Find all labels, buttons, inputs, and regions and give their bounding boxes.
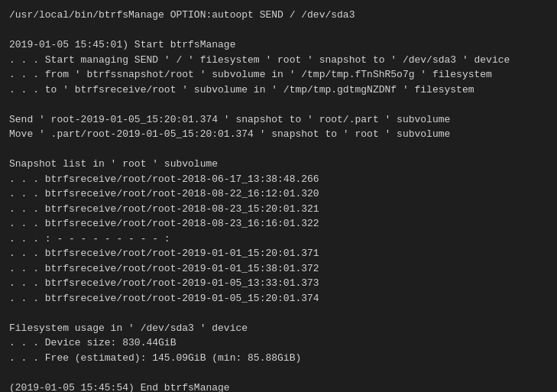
terminal-line: /usr/local/bin/btrfsManage OPTION:autoop… — [9, 9, 355, 21]
terminal-line: . . . btrfsreceive/root/root-2019-01-01_… — [9, 263, 319, 274]
terminal-line: . . . Start managing SEND ' / ' filesyst… — [9, 54, 510, 66]
terminal-line: . . . btrfsreceive/root/root-2019-01-01_… — [9, 248, 319, 259]
terminal-line: . . . btrfsreceive/root/root-2018-08-23_… — [9, 218, 319, 229]
terminal-line: . . . btrfsreceive/root/root-2018-08-22_… — [9, 188, 319, 199]
terminal-line: . . . : - - - - - - - - - : — [9, 233, 170, 245]
terminal-line: Send ' root-2019-01-05_15:20:01.374 ' sn… — [9, 114, 450, 125]
terminal-line: 2019-01-05 15:45:01) Start btrfsManage — [9, 39, 235, 50]
terminal-line: . . . btrfsreceive/root/root-2018-06-17_… — [9, 173, 319, 185]
terminal-line: . . . from ' btrfssnapshot/root ' subvol… — [9, 69, 492, 80]
terminal-line: . . . btrfsreceive/root/root-2018-08-23_… — [9, 203, 319, 215]
terminal-line: . . . to ' btrfsreceive/root ' subvolume… — [9, 84, 474, 96]
terminal-line: Snapshot list in ' root ' subvolume — [9, 158, 218, 170]
terminal-line: . . . btrfsreceive/root/root-2019-01-05_… — [9, 293, 319, 304]
terminal-output: /usr/local/bin/btrfsManage OPTION:autoop… — [9, 8, 548, 392]
terminal-line: . . . btrfsreceive/root/root-2019-01-05_… — [9, 277, 319, 289]
terminal-line: (2019-01-05 15:45:54) End btrfsManage — [9, 382, 230, 393]
terminal-line: . . . Free (estimated): 145.09GiB (min: … — [9, 352, 301, 364]
terminal-line: Filesystem usage in ' /dev/sda3 ' device — [9, 322, 248, 334]
terminal-line: Move ' .part/root-2019-01-05_15:20:01.37… — [9, 128, 450, 140]
terminal-line: . . . Device size: 830.44GiB — [9, 337, 176, 348]
